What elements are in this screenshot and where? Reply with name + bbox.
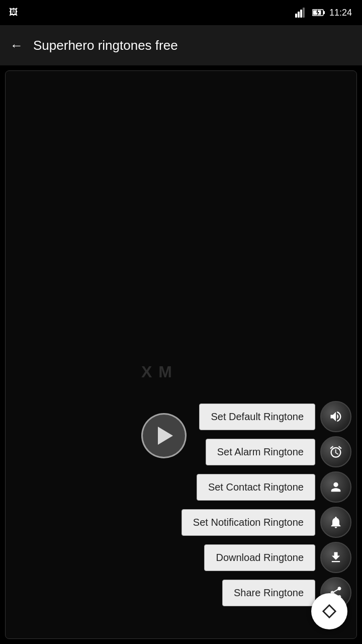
actions-area: Set Default Ringtone Set Alarm Ringtone …	[15, 401, 356, 608]
back-button[interactable]: ←	[10, 38, 23, 53]
action-row-alarm: Set Alarm Ringtone	[206, 436, 351, 467]
share-ringtone-button[interactable]: Share Ringtone	[222, 580, 315, 606]
svg-marker-7	[316, 9, 319, 16]
contact-icon-button[interactable]	[320, 471, 351, 503]
svg-rect-5	[323, 11, 325, 14]
status-bar: 🖼 11:24	[0, 0, 362, 25]
action-row-notification: Set Notification Ringtone	[182, 507, 351, 538]
svg-rect-1	[298, 12, 300, 18]
diamond-button[interactable]	[311, 593, 347, 629]
set-contact-ringtone-button[interactable]: Set Contact Ringtone	[197, 474, 315, 501]
set-notification-ringtone-button[interactable]: Set Notification Ringtone	[182, 509, 315, 536]
action-row-contact: Set Contact Ringtone	[197, 471, 351, 503]
alarm-icon	[329, 445, 343, 459]
bell-icon	[329, 515, 343, 529]
download-ringtone-button[interactable]: Download Ringtone	[204, 544, 315, 571]
image-icon: 🖼	[9, 7, 18, 18]
download-icon-button[interactable]	[320, 542, 351, 573]
signal-icon	[295, 8, 307, 18]
diamond-icon	[321, 603, 338, 620]
time-display: 11:24	[329, 8, 352, 18]
main-content-card: X M Set Default Ringtone Set Alarm Ringt…	[5, 70, 357, 639]
contact-icon	[329, 480, 343, 494]
set-alarm-ringtone-button[interactable]: Set Alarm Ringtone	[206, 439, 315, 465]
set-default-ringtone-button[interactable]: Set Default Ringtone	[199, 404, 315, 430]
action-row-download: Download Ringtone	[204, 542, 351, 573]
svg-rect-0	[295, 14, 297, 18]
battery-icon	[312, 9, 325, 17]
alarm-icon-button[interactable]	[320, 436, 351, 467]
volume-icon-button[interactable]	[320, 401, 351, 432]
bell-icon-button[interactable]	[320, 507, 351, 538]
app-toolbar: ← Superhero ringtones free	[0, 25, 362, 65]
download-icon	[329, 550, 343, 565]
watermark-text: X M	[141, 363, 173, 381]
volume-icon	[329, 410, 343, 424]
svg-rect-2	[300, 10, 302, 18]
page-title: Superhero ringtones free	[33, 38, 178, 53]
svg-rect-3	[303, 8, 305, 18]
action-row-default: Set Default Ringtone	[199, 401, 351, 432]
